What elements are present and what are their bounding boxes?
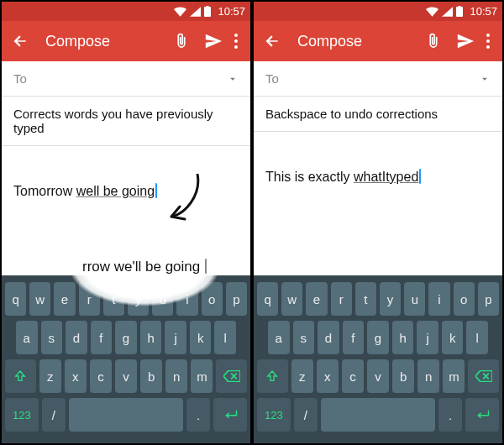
key-c[interactable]: c bbox=[90, 359, 112, 393]
compose-title: Compose bbox=[297, 33, 412, 50]
subject-text: Backspace to undo corrections bbox=[265, 107, 438, 121]
enter-key[interactable] bbox=[465, 398, 499, 432]
kbd-row-4: 123 / . bbox=[257, 398, 499, 432]
compose-area: To Corrects words you have previously ty… bbox=[2, 61, 250, 275]
key-a[interactable]: a bbox=[268, 321, 290, 354]
kbd-row-2: asdfghjkl bbox=[257, 321, 499, 354]
key-j[interactable]: j bbox=[417, 321, 438, 354]
svg-point-3 bbox=[234, 39, 238, 43]
svg-rect-5 bbox=[456, 7, 463, 17]
key-v[interactable]: v bbox=[115, 359, 137, 393]
key-f[interactable]: f bbox=[91, 321, 113, 354]
back-icon[interactable] bbox=[262, 31, 282, 51]
wifi-icon bbox=[426, 7, 438, 17]
key-p[interactable]: p bbox=[478, 282, 499, 316]
text-cursor bbox=[419, 169, 421, 184]
key-g[interactable]: g bbox=[367, 321, 389, 354]
body-text-pre: This is exactly bbox=[265, 170, 354, 184]
svg-point-9 bbox=[486, 45, 490, 49]
shift-key[interactable] bbox=[257, 359, 288, 393]
key-d[interactable]: d bbox=[318, 321, 339, 354]
key-j[interactable]: j bbox=[165, 321, 186, 354]
send-icon[interactable] bbox=[455, 31, 475, 51]
more-icon[interactable] bbox=[230, 31, 242, 51]
space-key[interactable] bbox=[69, 398, 183, 432]
period-key[interactable]: . bbox=[186, 398, 210, 432]
text-cursor bbox=[155, 183, 157, 198]
key-n[interactable]: n bbox=[417, 359, 439, 393]
key-y[interactable]: y bbox=[380, 282, 401, 316]
kbd-row-1: qwertyuiop bbox=[257, 282, 499, 316]
body-field[interactable]: This is exactly whatItyped bbox=[254, 132, 502, 275]
key-h[interactable]: h bbox=[140, 321, 162, 354]
key-o[interactable]: o bbox=[454, 282, 475, 316]
compose-area: To Backspace to undo corrections This is… bbox=[254, 61, 502, 275]
numbers-key[interactable]: 123 bbox=[5, 398, 39, 432]
shift-key[interactable] bbox=[5, 359, 36, 393]
space-key[interactable] bbox=[321, 398, 435, 432]
key-w[interactable]: w bbox=[29, 282, 50, 316]
key-e[interactable]: e bbox=[306, 282, 327, 316]
key-v[interactable]: v bbox=[367, 359, 389, 393]
key-r[interactable]: r bbox=[331, 282, 352, 316]
to-field[interactable]: To bbox=[254, 61, 502, 97]
key-g[interactable]: g bbox=[115, 321, 137, 354]
key-s[interactable]: s bbox=[41, 321, 63, 354]
key-t[interactable]: t bbox=[355, 282, 376, 316]
key-k[interactable]: k bbox=[442, 321, 464, 354]
key-a[interactable]: a bbox=[16, 321, 38, 354]
svg-rect-6 bbox=[459, 6, 461, 8]
key-l[interactable]: l bbox=[466, 321, 488, 354]
send-icon[interactable] bbox=[203, 31, 223, 51]
backspace-key[interactable] bbox=[468, 359, 499, 393]
key-b[interactable]: b bbox=[392, 359, 414, 393]
key-q[interactable]: q bbox=[257, 282, 278, 316]
body-text-pre: Tomorrow bbox=[13, 184, 76, 198]
svg-rect-0 bbox=[204, 7, 211, 17]
enter-key[interactable] bbox=[213, 398, 247, 432]
expand-recipients-icon[interactable] bbox=[227, 73, 239, 85]
slash-key[interactable]: / bbox=[294, 398, 318, 432]
key-f[interactable]: f bbox=[343, 321, 365, 354]
back-icon[interactable] bbox=[10, 31, 30, 51]
keyboard[interactable]: qwertyuiop asdfghjkl zxcvbnm 123 / . bbox=[254, 275, 502, 443]
compose-title: Compose bbox=[45, 33, 160, 50]
subject-field[interactable]: Backspace to undo corrections bbox=[254, 97, 502, 132]
key-u[interactable]: u bbox=[404, 282, 425, 316]
key-s[interactable]: s bbox=[293, 321, 315, 354]
numbers-key[interactable]: 123 bbox=[257, 398, 291, 432]
key-q[interactable]: q bbox=[5, 282, 26, 316]
key-m[interactable]: m bbox=[191, 359, 213, 393]
status-bar: 10:57 bbox=[254, 2, 502, 21]
key-l[interactable]: l bbox=[214, 321, 236, 354]
backspace-key[interactable] bbox=[216, 359, 247, 393]
attach-icon[interactable] bbox=[171, 31, 192, 51]
key-k[interactable]: k bbox=[190, 321, 212, 354]
key-z[interactable]: z bbox=[291, 359, 313, 393]
slash-key[interactable]: / bbox=[42, 398, 66, 432]
battery-icon bbox=[456, 6, 463, 17]
more-icon[interactable] bbox=[482, 31, 494, 51]
key-x[interactable]: x bbox=[317, 359, 339, 393]
key-i[interactable]: i bbox=[428, 282, 449, 316]
to-label: To bbox=[13, 71, 27, 86]
period-key[interactable]: . bbox=[438, 398, 462, 432]
status-time: 10:57 bbox=[218, 5, 245, 18]
key-z[interactable]: z bbox=[39, 359, 61, 393]
key-m[interactable]: m bbox=[443, 359, 465, 393]
key-n[interactable]: n bbox=[165, 359, 187, 393]
expand-recipients-icon[interactable] bbox=[479, 73, 491, 85]
app-bar: Compose bbox=[254, 21, 502, 61]
to-field[interactable]: To bbox=[2, 61, 250, 97]
key-b[interactable]: b bbox=[140, 359, 162, 393]
key-h[interactable]: h bbox=[392, 321, 414, 354]
key-c[interactable]: c bbox=[342, 359, 364, 393]
body-text-autocorrect: well be going bbox=[76, 184, 155, 198]
key-w[interactable]: w bbox=[281, 282, 302, 316]
magnifier-callout: rrow we'll be going bbox=[48, 217, 241, 317]
signal-icon bbox=[190, 7, 201, 17]
key-x[interactable]: x bbox=[65, 359, 87, 393]
attach-icon[interactable] bbox=[423, 31, 444, 51]
key-d[interactable]: d bbox=[66, 321, 87, 354]
subject-field[interactable]: Corrects words you have previously typed bbox=[2, 97, 250, 146]
